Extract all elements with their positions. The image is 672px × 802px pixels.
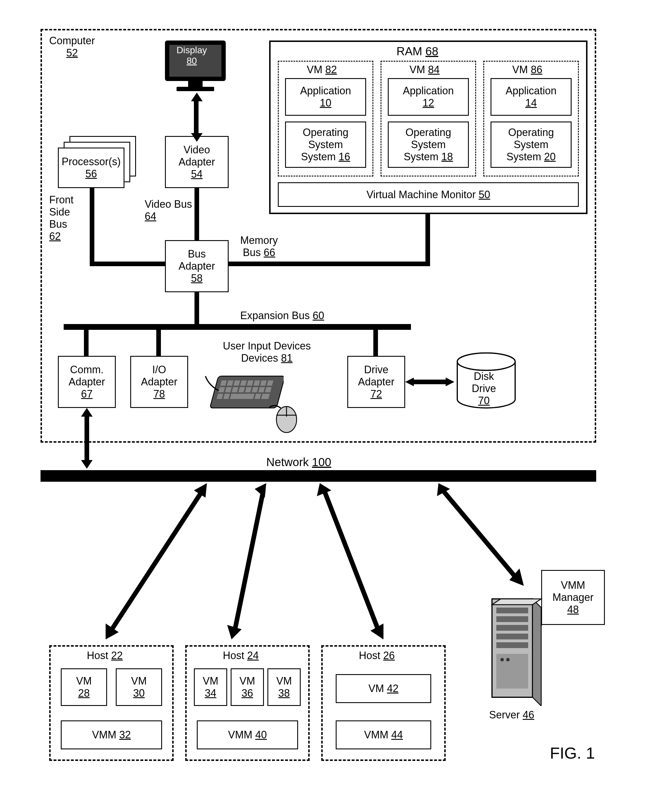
- computer-label: Computer52: [49, 35, 95, 59]
- os20-box: Operating SystemSystem 20: [491, 121, 572, 168]
- svg-marker-33: [446, 378, 454, 386]
- vmm-manager-box: VMMManager48: [541, 570, 605, 625]
- os16-box: Operating SystemSystem 16: [285, 121, 366, 168]
- video-bus-label: Video Bus64: [145, 198, 192, 223]
- svg-marker-53: [492, 599, 541, 605]
- svg-rect-25: [230, 394, 254, 399]
- display-label: Display80: [177, 45, 207, 66]
- vmm32-box: VMM 32: [61, 720, 162, 749]
- vm38-box: VM38: [267, 668, 301, 706]
- os18-box: Operating SystemSystem 18: [388, 121, 469, 168]
- mouse-icon: [269, 405, 301, 435]
- figure-label: FIG. 1: [550, 744, 595, 762]
- vm34-box: VM34: [194, 668, 227, 706]
- video-adapter-box: VideoAdapter54: [165, 136, 228, 188]
- svg-marker-44: [227, 625, 242, 639]
- vm82-label: VM 82: [307, 64, 337, 76]
- arrow-comm-network: [78, 408, 96, 469]
- svg-rect-55: [496, 616, 528, 622]
- line-fsb-v: [90, 188, 94, 266]
- svg-marker-4: [191, 92, 202, 101]
- svg-point-60: [500, 658, 504, 661]
- vmm44-box: VMM 44: [336, 720, 431, 749]
- vm28-box: VM28: [61, 668, 107, 706]
- app12-box: Application12: [388, 78, 469, 116]
- svg-marker-32: [405, 378, 414, 386]
- app14-box: Application14: [491, 78, 572, 116]
- vm36-box: VM36: [231, 668, 264, 706]
- svg-rect-56: [496, 625, 528, 631]
- line-io-drop: [156, 330, 161, 356]
- line-comm-drop: [84, 330, 89, 356]
- svg-rect-27: [261, 394, 270, 399]
- vmm40-box: VMM 40: [197, 720, 298, 749]
- svg-rect-54: [496, 608, 528, 613]
- arrow-net-host26: [313, 482, 399, 644]
- app10-box: Application10: [285, 78, 366, 116]
- svg-marker-52: [533, 599, 541, 706]
- vm84-label: VM 84: [410, 64, 440, 76]
- host26-label: Host 26: [359, 650, 395, 662]
- svg-marker-37: [81, 408, 92, 417]
- svg-point-35: [457, 353, 515, 370]
- svg-rect-2: [188, 81, 202, 87]
- line-mem-v: [426, 214, 430, 266]
- vm42-box: VM 42: [336, 674, 431, 703]
- expansion-bus-label: Expansion Bus 60: [240, 310, 324, 322]
- line-mem-h: [228, 262, 430, 266]
- arrow-net-host22: [96, 482, 211, 644]
- arrow-display-video: [185, 92, 208, 142]
- svg-line-39: [110, 490, 202, 632]
- line-drive-drop: [373, 330, 378, 356]
- user-input-label: User Input DevicesDevices 81: [223, 340, 311, 364]
- fsb-label: FrontSideBus62: [49, 194, 73, 243]
- disk-drive-label: DiskDrive70: [472, 370, 496, 407]
- bus-adapter-box: BusAdapter58: [165, 240, 228, 292]
- svg-rect-3: [177, 87, 214, 91]
- svg-rect-57: [496, 634, 528, 639]
- svg-marker-38: [81, 460, 92, 469]
- line-fsb-h: [90, 262, 165, 266]
- vm86-label: VM 86: [512, 64, 542, 76]
- comm-adapter-box: Comm.Adapter67: [58, 356, 116, 408]
- svg-line-42: [235, 490, 263, 632]
- svg-rect-58: [496, 642, 528, 648]
- svg-marker-5: [191, 133, 202, 142]
- svg-line-45: [324, 490, 379, 632]
- host24-label: Host 24: [223, 650, 259, 662]
- drive-adapter-box: DriveAdapter72: [347, 356, 405, 408]
- memory-bus-label: MemoryBus 66: [240, 234, 278, 259]
- vmm50-box: Virtual Machine Monitor 50: [278, 182, 579, 207]
- line-video-bus: [194, 188, 199, 240]
- expansion-bus-bar: [64, 324, 411, 330]
- server-label: Server 46: [489, 709, 534, 721]
- network-label: Network 100: [266, 456, 331, 469]
- arrow-net-host24: [223, 482, 281, 644]
- line-bus-exp: [194, 292, 199, 324]
- server-icon: [486, 596, 544, 707]
- arrow-drive-disk: [405, 376, 454, 388]
- vm30-box: VM30: [116, 668, 162, 706]
- network-bar: [40, 470, 596, 482]
- svg-line-48: [443, 490, 518, 580]
- host22-label: Host 22: [87, 650, 123, 662]
- ram-label: RAM 68: [397, 45, 439, 58]
- arrow-net-server: [431, 482, 533, 592]
- io-adapter-box: I/OAdapter78: [130, 356, 188, 408]
- svg-point-61: [506, 658, 510, 661]
